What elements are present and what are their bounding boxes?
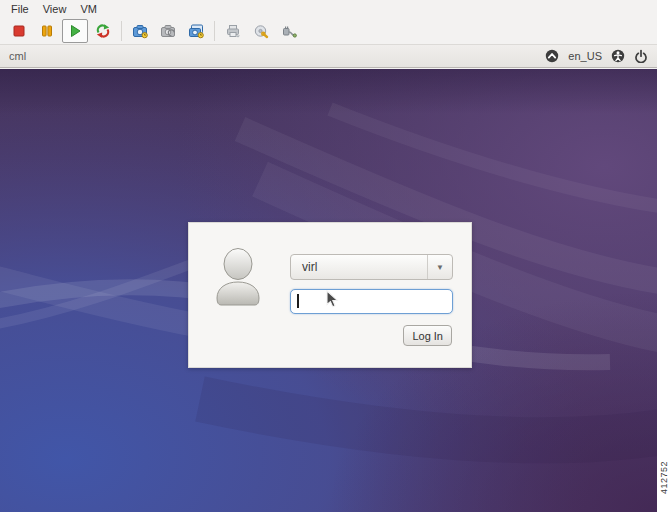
stop-button[interactable]	[6, 19, 32, 43]
reset-button[interactable]	[90, 19, 116, 43]
take-snapshot-button[interactable]	[127, 19, 153, 43]
settings-icon	[253, 23, 269, 39]
usb-device-icon	[281, 23, 297, 39]
toolbar-separator	[121, 21, 122, 41]
reset-icon	[95, 23, 111, 39]
manage-snapshots-button[interactable]	[183, 19, 209, 43]
login-fields: virl ▼	[290, 254, 453, 314]
menu-vm[interactable]: VM	[73, 1, 104, 17]
revert-snapshot-button[interactable]	[155, 19, 181, 43]
play-button[interactable]	[62, 19, 88, 43]
manage-snapshots-icon	[188, 23, 204, 39]
panel-indicators: en_US	[545, 49, 648, 63]
login-button[interactable]: Log In	[403, 325, 452, 346]
mouse-cursor	[326, 290, 341, 309]
desktop: virl ▼ Log In	[0, 69, 657, 512]
figure-number: 412752	[659, 461, 669, 494]
power-icon[interactable]	[634, 49, 648, 63]
figure: File View VM	[0, 0, 670, 512]
username-select[interactable]: virl ▼	[290, 254, 453, 280]
suspend-button[interactable]	[34, 19, 60, 43]
vm-console-window: File View VM	[0, 0, 657, 512]
text-caret	[297, 294, 299, 308]
print-button[interactable]	[220, 19, 246, 43]
stop-icon	[11, 23, 27, 39]
session-icon[interactable]	[545, 49, 559, 63]
toolbar-separator	[214, 21, 215, 41]
password-input[interactable]	[290, 289, 453, 314]
locale-indicator[interactable]: en_US	[568, 50, 602, 62]
menu-file[interactable]: File	[4, 1, 36, 17]
play-icon	[67, 23, 83, 39]
print-icon	[225, 23, 241, 39]
take-snapshot-icon	[132, 23, 148, 39]
toolbar	[0, 17, 657, 45]
usb-device-button[interactable]	[276, 19, 302, 43]
revert-snapshot-icon	[160, 23, 176, 39]
hostname-label: cml	[9, 50, 26, 62]
pause-icon	[39, 23, 55, 39]
menu-view[interactable]: View	[36, 1, 74, 17]
username-selected: virl	[291, 260, 427, 274]
password-wrap	[290, 289, 453, 314]
user-avatar-icon	[214, 247, 262, 307]
settings-button[interactable]	[248, 19, 274, 43]
guest-panel: cml en_US	[0, 45, 657, 68]
accessibility-icon[interactable]	[611, 49, 625, 63]
menubar: File View VM	[0, 0, 657, 17]
chevron-down-icon[interactable]: ▼	[427, 255, 452, 279]
